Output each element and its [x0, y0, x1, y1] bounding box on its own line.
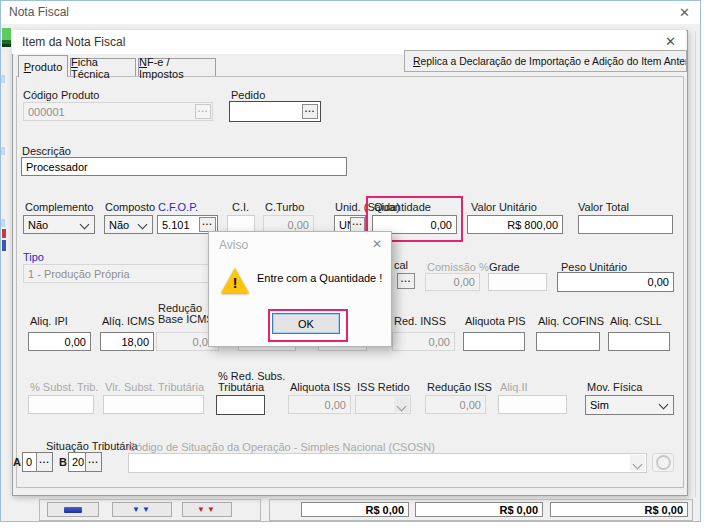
vlr-subst-trib-input[interactable]	[103, 395, 204, 414]
ci-label: C.I.	[232, 201, 249, 213]
classificacao-fiscal-lookup-button[interactable]: ...	[397, 273, 415, 289]
tipo-select[interactable]: 1 - Produção Própria	[23, 264, 210, 283]
tipo-label: Tipo	[23, 251, 44, 263]
aliq-ipi-label: Aliq. IPI	[30, 315, 68, 327]
valor-total-input[interactable]	[578, 215, 673, 234]
unid-saida-lookup-button[interactable]: ...	[350, 217, 365, 232]
descricao-input[interactable]: Processador	[21, 157, 347, 176]
ok-button[interactable]: OK	[272, 313, 340, 334]
reducao-iss-input[interactable]: 0,00	[425, 395, 486, 414]
grid-fragment	[1, 75, 5, 83]
csosn-label: Código de Situação da Operação - Simples…	[128, 441, 435, 453]
situacao-a-input[interactable]: 0 ...	[22, 452, 53, 472]
aliquota-iss-input[interactable]: 0,00	[288, 395, 351, 414]
double-down-arrow-icon: ▼▼	[132, 506, 152, 514]
situacao-b-lookup-button[interactable]: ...	[85, 453, 101, 471]
aliq-icms-label: Alíq. ICMS	[102, 315, 155, 327]
replica-button-label: Replica a Declaração de Importação e Adi…	[413, 56, 687, 67]
quantidade-label: Quantidade	[374, 201, 431, 213]
aliq-csll-label: Aliq. CSLL	[610, 315, 662, 327]
warning-exclamation: !	[221, 275, 249, 291]
situacao-a-value: 0	[26, 456, 32, 468]
total-field: R$ 0,00	[415, 502, 543, 517]
reducao-iss-label: Redução ISS	[427, 381, 492, 393]
complemento-label: Complemento	[25, 201, 93, 213]
situacao-tributaria-label: Situação Tributária	[46, 440, 138, 452]
tab-ficha-tecnica[interactable]: Ficha Técnica	[70, 58, 136, 76]
grid-fragment	[2, 240, 6, 251]
aliq-ii-input[interactable]	[498, 395, 567, 414]
close-icon[interactable]: ✕	[679, 5, 690, 20]
chevron-box	[394, 397, 409, 412]
aliq-cofins-input[interactable]	[536, 332, 600, 351]
valor-total-label: Valor Total	[578, 201, 629, 213]
pct-red-subs-trib-input[interactable]	[216, 395, 265, 415]
tab-nfe-impostos[interactable]: NF-e / Impostos	[138, 58, 216, 76]
grade-input[interactable]	[488, 273, 547, 291]
comissao-input[interactable]: 0,00	[425, 273, 480, 291]
mov-fisica-value: Sim	[590, 399, 669, 411]
tipo-value: 1 - Produção Própria	[28, 268, 205, 280]
valor-unitario-input[interactable]: R$ 800,00	[467, 215, 563, 234]
pct-subst-trib-label: % Subst. Trib.	[30, 381, 98, 393]
red-inss-input[interactable]: 0,00	[392, 332, 455, 351]
aliq-ipi-input[interactable]: 0,00	[28, 332, 91, 351]
aliq-cofins-label: Aliq. COFINS	[538, 315, 604, 327]
comissao-label: Comissão %	[427, 261, 489, 273]
iss-retido-label: ISS Retido	[357, 381, 410, 393]
peso-unitario-input[interactable]: 0,00	[557, 272, 674, 292]
aviso-dialog-title: Aviso	[219, 238, 248, 252]
tab-produto[interactable]: Produto	[18, 55, 68, 77]
csosn-extra-button[interactable]	[652, 453, 674, 472]
aliquota-pis-label: Aliquota PIS	[465, 315, 526, 327]
grid-fragment	[2, 229, 6, 238]
close-icon[interactable]: ✕	[665, 34, 676, 49]
aviso-dialog: Aviso ✕ ! Entre com a Quantidade ! OK	[208, 231, 392, 347]
aliq-csll-input[interactable]	[608, 332, 670, 351]
total-field: R$ 0,00	[550, 502, 688, 517]
red-inss-label: Red. INSS	[394, 315, 446, 327]
vlr-subst-trib-label: Vlr. Subst. Tributária	[105, 381, 204, 393]
composto-select[interactable]: Não	[104, 215, 153, 234]
divider	[695, 31, 696, 497]
aliquota-pis-input[interactable]	[463, 332, 525, 351]
circle-icon	[656, 455, 671, 470]
warning-icon: !	[221, 268, 249, 294]
mov-fisica-label: Mov. Física	[587, 381, 642, 393]
mov-fisica-select[interactable]: Sim	[585, 395, 674, 415]
blue-bar-icon	[64, 507, 82, 513]
situacao-a-label: A	[13, 456, 21, 468]
aliq-icms-input[interactable]: 18,00	[100, 332, 154, 351]
reducao-base-icms-label: Redução Base ICMS	[158, 303, 214, 325]
composto-label: Composto	[105, 201, 155, 213]
codigo-produto-lookup-button[interactable]: ...	[195, 104, 211, 119]
codigo-produto-input[interactable]: 000001	[23, 102, 213, 121]
situacao-b-value: 20	[72, 456, 84, 468]
replica-declaracao-button[interactable]: Replica a Declaração de Importação e Adi…	[404, 50, 687, 72]
situacao-a-lookup-button[interactable]: ...	[36, 453, 52, 471]
iss-retido-select[interactable]	[355, 395, 411, 414]
situacao-b-input[interactable]: 20 ...	[68, 452, 102, 472]
aliquota-iss-label: Aliquota ISS	[290, 381, 351, 393]
pct-subst-trib-input[interactable]	[28, 395, 94, 414]
tab-label: Ficha Técnica	[71, 56, 135, 80]
cturbo-label: C.Turbo	[265, 201, 304, 213]
classificacao-fiscal-label-fragment: cal	[394, 259, 408, 271]
close-icon[interactable]: ✕	[372, 237, 382, 251]
csosn-select[interactable]	[128, 453, 647, 473]
cfop-label: C.F.O.P.	[158, 201, 198, 213]
pedido-lookup-button[interactable]: ...	[302, 104, 318, 119]
aviso-message: Entre com a Quantidade !	[257, 272, 382, 284]
descricao-label: Descrição	[22, 145, 71, 157]
pedido-label: Pedido	[231, 89, 265, 101]
chevron-down-icon	[633, 460, 643, 470]
chevron-down-icon	[397, 402, 407, 412]
nota-fiscal-titlebar[interactable]: Nota Fiscal ✕	[1, 1, 700, 24]
item-window-title: Item da Nota Fiscal	[22, 35, 125, 49]
cfop-lookup-button[interactable]: ...	[199, 217, 216, 232]
bottom-button-save[interactable]	[47, 502, 99, 517]
complemento-select[interactable]: Não	[23, 215, 95, 234]
bottom-button-move-down-blue[interactable]: ▼▼	[112, 502, 172, 517]
situacao-b-label: B	[59, 456, 67, 468]
bottom-button-move-down-red[interactable]: ▼▼	[182, 502, 232, 517]
